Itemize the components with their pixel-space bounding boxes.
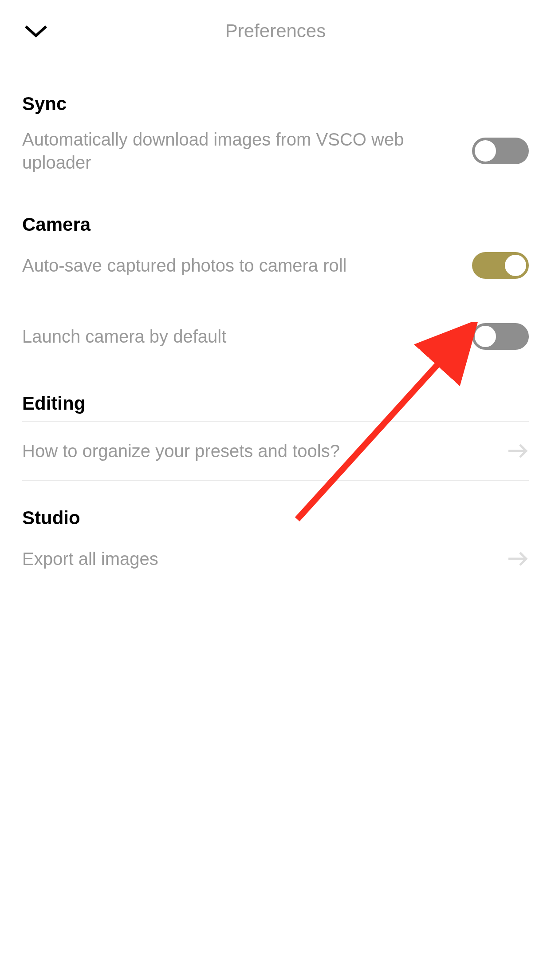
content: Sync Automatically download images from … — [0, 93, 551, 589]
chevron-down-icon — [24, 24, 48, 39]
auto-download-label: Automatically download images from VSCO … — [22, 128, 472, 174]
toggle-knob — [475, 140, 496, 162]
page-title: Preferences — [225, 20, 326, 42]
auto-download-toggle[interactable] — [472, 138, 529, 164]
launch-camera-toggle[interactable] — [472, 323, 529, 350]
row-auto-download: Automatically download images from VSCO … — [22, 115, 529, 187]
export-all-label: Export all images — [22, 547, 158, 570]
back-button[interactable] — [24, 24, 48, 39]
row-auto-save: Auto-save captured photos to camera roll — [22, 235, 529, 295]
header: Preferences — [0, 0, 551, 62]
section-title-camera: Camera — [22, 214, 529, 235]
section-title-sync: Sync — [22, 93, 529, 115]
toggle-knob — [475, 326, 496, 347]
auto-save-label: Auto-save captured photos to camera roll — [22, 254, 347, 277]
row-organize-presets[interactable]: How to organize your presets and tools? — [22, 421, 529, 481]
section-title-editing: Editing — [22, 393, 529, 414]
arrow-right-icon — [508, 442, 529, 460]
section-title-studio: Studio — [22, 507, 529, 529]
row-launch-camera: Launch camera by default — [22, 306, 529, 366]
organize-presets-label: How to organize your presets and tools? — [22, 439, 340, 462]
toggle-knob — [505, 255, 526, 276]
row-export-all[interactable]: Export all images — [22, 529, 529, 589]
launch-camera-label: Launch camera by default — [22, 325, 226, 348]
arrow-right-icon — [508, 550, 529, 568]
auto-save-toggle[interactable] — [472, 252, 529, 279]
